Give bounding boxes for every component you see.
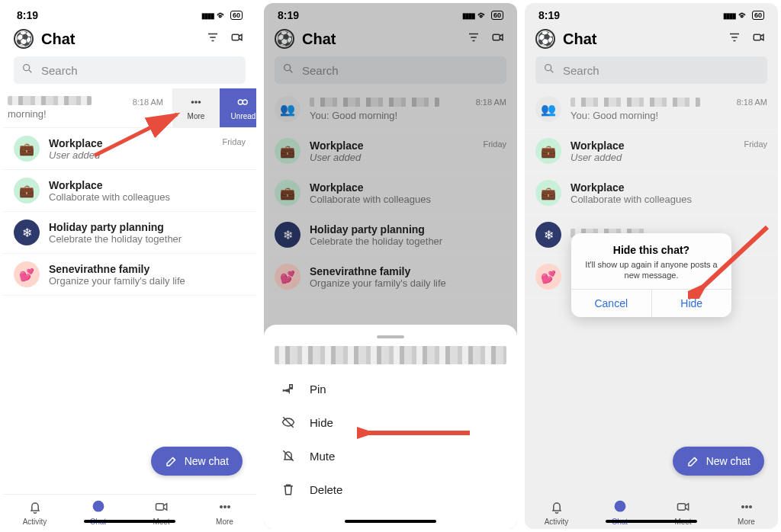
chat-title: Holiday party planning	[49, 221, 246, 233]
svg-point-3	[195, 101, 197, 103]
mute-icon	[281, 448, 296, 463]
chat-time: 8:18 AM	[133, 98, 163, 107]
chat-item-swiped[interactable]: morning! 8:18 AM More Unread	[3, 88, 256, 128]
status-bar: 8:19 60	[3, 3, 256, 23]
chat-title: Workplace	[49, 137, 213, 149]
home-indicator[interactable]	[345, 520, 436, 523]
compose-icon	[686, 454, 700, 468]
svg-point-12	[227, 506, 230, 508]
sheet-delete[interactable]: Delete	[264, 473, 517, 506]
chat-subtitle: Organize your family's daily life	[49, 275, 246, 287]
compose-icon	[165, 454, 178, 468]
dialog-hide-button[interactable]: Hide	[651, 290, 732, 317]
avatar-icon: 💼	[14, 136, 40, 162]
swipe-actions: More Unread	[172, 88, 256, 127]
svg-point-6	[243, 100, 247, 104]
sheet-label: Mute	[310, 450, 335, 463]
app-logo-icon[interactable]	[14, 29, 34, 49]
swipe-more-button[interactable]: More	[172, 88, 220, 127]
chat-subtitle: Celebrate the holiday together	[49, 233, 246, 245]
sheet-header-redacted	[275, 346, 506, 364]
tab-label: More	[216, 518, 233, 526]
swipe-unread-button[interactable]: Unread	[220, 88, 256, 127]
new-chat-button[interactable]: New chat	[151, 447, 243, 476]
dialog-cancel-button[interactable]: Cancel	[571, 290, 651, 317]
wifi-icon	[217, 9, 227, 21]
svg-point-11	[223, 506, 226, 508]
sheet-hide[interactable]: Hide	[264, 405, 517, 439]
svg-point-5	[238, 100, 243, 104]
chat-list[interactable]: morning! 8:18 AM More Unread 💼 Workplace…	[3, 88, 256, 494]
chat-title: Workplace	[49, 179, 246, 191]
chat-icon	[91, 499, 106, 516]
hide-icon	[281, 415, 296, 430]
svg-point-8	[93, 502, 103, 511]
new-chat-button[interactable]: New chat	[673, 447, 764, 476]
status-right: 60	[201, 9, 243, 21]
svg-point-1	[24, 65, 30, 71]
sheet-mute[interactable]: Mute	[264, 439, 517, 473]
tab-activity[interactable]: Activity	[3, 499, 66, 526]
sheet-label: Pin	[310, 383, 326, 396]
battery-icon: 60	[230, 11, 243, 20]
sheet-label: Delete	[310, 483, 342, 496]
avatar-icon: 💼	[14, 178, 40, 204]
home-indicator[interactable]	[606, 520, 697, 523]
chat-item[interactable]: 💼 Workplace Collaborate with colleagues	[3, 170, 256, 212]
chat-title: Senevirathne family	[49, 263, 246, 275]
signal-icon	[201, 10, 214, 21]
avatar-icon: 💕	[14, 261, 40, 287]
chat-item[interactable]: 💕 Senevirathne family Organize your fami…	[3, 254, 256, 296]
home-indicator[interactable]	[84, 520, 175, 523]
status-time: 8:19	[17, 9, 38, 21]
sheet-handle[interactable]	[377, 335, 404, 338]
chat-subtitle: User added	[49, 149, 213, 161]
fab-label: New chat	[706, 455, 750, 467]
chat-subtitle: Collaborate with colleagues	[49, 191, 246, 203]
search-icon	[21, 62, 34, 78]
search-placeholder: Search	[41, 64, 78, 77]
unread-icon	[236, 95, 250, 109]
svg-point-2	[191, 101, 193, 103]
svg-point-10	[220, 506, 222, 508]
filter-icon[interactable]	[204, 30, 221, 47]
screen-swipe: 8:19 60 Chat Search morning! 8:18 AM Mor	[3, 3, 256, 529]
swipe-unread-label: Unread	[231, 112, 256, 120]
hide-chat-dialog: Hide this chat? It'll show up again if a…	[571, 233, 731, 317]
screen-action-sheet: 8:19 60 Chat Search 👥 You: Good morning!…	[264, 3, 517, 529]
bell-icon	[27, 499, 43, 516]
chat-item[interactable]: ❄ Holiday party planning Celebrate the h…	[3, 212, 256, 254]
tab-bar: Activity Chat Meet More	[3, 494, 256, 529]
svg-point-4	[198, 101, 200, 103]
meet-now-icon[interactable]	[229, 30, 246, 47]
search-input[interactable]: Search	[14, 56, 246, 84]
svg-rect-0	[232, 34, 239, 40]
screen-confirm-dialog: 8:19 60 Chat Search 👥 You: Good morning!…	[525, 3, 778, 529]
avatar-icon: ❄	[14, 220, 40, 245]
svg-rect-9	[156, 504, 163, 510]
fab-label: New chat	[185, 455, 229, 467]
dialog-title: Hide this chat?	[580, 244, 722, 256]
more-icon	[217, 499, 233, 516]
tab-label: Activity	[23, 518, 47, 526]
chat-item[interactable]: 💼 Workplace User added Friday	[3, 128, 256, 170]
header: Chat	[3, 23, 256, 55]
chat-subtitle: morning!	[8, 108, 124, 120]
chat-time: Friday	[222, 137, 246, 146]
dialog-message: It'll show up again if anyone posts a ne…	[580, 259, 722, 281]
sheet-pin[interactable]: Pin	[264, 372, 517, 405]
tab-more[interactable]: More	[193, 499, 256, 526]
page-title: Chat	[41, 30, 197, 48]
trash-icon	[281, 482, 296, 497]
swipe-more-label: More	[188, 112, 205, 120]
chat-title-redacted	[8, 96, 92, 105]
pin-icon	[281, 381, 296, 396]
action-sheet: Pin Hide Mute Delete	[264, 325, 517, 529]
more-icon	[189, 95, 203, 109]
sheet-label: Hide	[310, 416, 333, 429]
video-icon	[154, 499, 169, 516]
